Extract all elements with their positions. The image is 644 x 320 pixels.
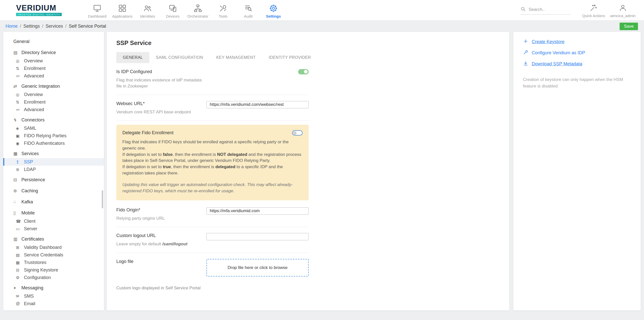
veridium-logo[interactable]: VERIDIUM TRUSTED DIGITAL IDENTITY: [16, 4, 76, 16]
sidebar-item-certificates[interactable]: Certificates: [3, 235, 104, 244]
nav-item-identities[interactable]: Identities: [135, 2, 160, 18]
quick-actions-wand-icon: [589, 3, 598, 13]
sidebar-item-messaging[interactable]: Messaging: [3, 283, 104, 292]
configure-veridium-idp-link[interactable]: Configure Veridium as IDP: [523, 50, 633, 56]
service-credentials-icon: [16, 253, 24, 257]
sidebar-item-general[interactable]: General: [3, 37, 104, 46]
sidebar-item-saml[interactable]: SAML: [3, 124, 104, 132]
sidebar-item-ldap[interactable]: LDAP: [3, 166, 104, 173]
devices-icon: [168, 3, 177, 13]
sidebar-item-caching[interactable]: Caching: [3, 186, 104, 195]
sidebar-item-gi-enrollment[interactable]: Enrollment: [3, 98, 104, 106]
persistence-icon: [13, 177, 21, 182]
sidebar-scrollbar[interactable]: [102, 190, 103, 208]
nav-item-devices[interactable]: Devices: [160, 2, 185, 18]
sidebar-item-email[interactable]: Email: [3, 300, 104, 307]
sidebar-item-signing-keystore[interactable]: Signing Keystore: [3, 266, 104, 274]
nav-item-orchestrator[interactable]: Orchestrator: [185, 2, 210, 18]
messaging-icon: [13, 285, 21, 290]
field-row-idp-configured: Is IDP Configured Flag that indicates ex…: [116, 63, 309, 95]
sidebar-item-validity-dashboard[interactable]: Validity Dashboard: [3, 244, 104, 251]
breadcrumb-home[interactable]: Home: [6, 24, 18, 29]
sidebar-item-sms[interactable]: SMS: [3, 292, 104, 300]
search-box[interactable]: [520, 6, 570, 15]
brand-name: VERIDIUM: [16, 4, 76, 12]
sidebar-item-fido-authenticators[interactable]: FIDO Authenticators: [3, 140, 104, 147]
caching-icon: [13, 188, 21, 194]
nav-item-applications[interactable]: Applications: [110, 2, 135, 18]
breadcrumb-settings[interactable]: Settings: [23, 24, 40, 29]
sidebar-item-connectors[interactable]: Connectors: [3, 115, 104, 124]
directory-service-icon: [13, 50, 21, 55]
custom-logout-label: Custom logout URL: [116, 233, 188, 238]
logo-file-dropzone[interactable]: Drop file here or click to browse: [206, 259, 309, 277]
sidebar-item-directory-service[interactable]: Directory Service: [3, 48, 104, 57]
fido-authenticators-icon: [16, 141, 24, 146]
download-ssp-metadata-link[interactable]: Download SSP Metadata: [523, 61, 633, 67]
user-menu[interactable]: aencica_admin: [608, 3, 637, 18]
create-keystore-link[interactable]: Create Keystore: [523, 38, 633, 45]
sidebar-item-gi-advanced[interactable]: Advanced: [3, 106, 104, 113]
tab-saml-configuration[interactable]: SAML CONFIGURATION: [149, 52, 210, 63]
breadcrumb-services[interactable]: Services: [46, 24, 63, 29]
custom-logout-input[interactable]: [206, 233, 309, 240]
sidebar-item-gi-overview[interactable]: Overview: [3, 91, 104, 98]
field-row-fido-origin: Fido Origin* Relying party origins URL: [116, 201, 309, 227]
tab-key-management[interactable]: KEY MANAGEMENT: [210, 52, 262, 63]
sidebar-item-ds-enrollment[interactable]: Enrollment: [3, 65, 104, 72]
sidebar-item-mobile[interactable]: Mobile: [3, 208, 104, 217]
email-icon: [16, 301, 24, 306]
sidebar-item-server[interactable]: Server: [3, 225, 104, 233]
sms-icon: [16, 294, 24, 299]
delegate-fido-enrollment-panel: Delegate Fido Enrollment Flag that indic…: [116, 125, 309, 200]
orchestrator-icon: [193, 3, 202, 13]
tab-identity-provider[interactable]: IDENTITY PROVIDER: [262, 52, 317, 63]
save-button[interactable]: Save: [620, 23, 638, 30]
delegate-description-line2: If delegation is set to false, then the …: [122, 152, 303, 164]
sidebar-item-ds-overview[interactable]: Overview: [3, 57, 104, 65]
sidebar-item-services[interactable]: Services: [3, 149, 104, 158]
fido-origin-input[interactable]: [206, 207, 309, 215]
search-input[interactable]: [529, 7, 569, 12]
delegate-warning-note: Updating this value will trigger an auto…: [122, 182, 303, 194]
sidebar-item-ds-advanced[interactable]: Advanced: [3, 72, 104, 80]
sidebar-item-ssp[interactable]: SSP: [3, 158, 104, 166]
nav-item-settings[interactable]: Settings: [261, 2, 286, 18]
delegate-fido-toggle[interactable]: [292, 130, 303, 135]
breadcrumb-separator: /: [42, 24, 43, 29]
sidebar-item-service-credentials[interactable]: Service Credentials: [3, 251, 104, 259]
ssp-service-panel: SSP Service GENERAL SAML CONFIGURATION K…: [107, 32, 509, 310]
custom-logout-description: Leave empty for default /saml/logout: [116, 241, 188, 247]
nav-item-tools[interactable]: Tools: [210, 2, 236, 18]
signing-keystore-icon: [16, 268, 24, 272]
sidebar-item-persistence[interactable]: Persistence: [3, 175, 104, 184]
websec-url-input[interactable]: [206, 101, 309, 108]
mobile-icon: [13, 210, 21, 216]
sidebar-item-truststores[interactable]: Truststores: [3, 259, 104, 266]
client-icon: [16, 219, 24, 224]
nav-item-audit[interactable]: Audit: [236, 2, 261, 18]
delegate-fido-label: Delegate Fido Enrollment: [122, 130, 173, 135]
general-settings-form: Is IDP Configured Flag that indicates ex…: [116, 63, 309, 291]
sidebar-item-configuration[interactable]: Configuration: [3, 274, 104, 281]
sidebar-item-kafka[interactable]: Kafka: [3, 197, 104, 206]
nav-item-dashboard[interactable]: Dashboard: [85, 2, 110, 18]
toggle-knob: [304, 70, 308, 74]
enrollment-icon: [16, 66, 24, 71]
top-right-cluster: Quick Actions aencica_admin: [520, 3, 637, 18]
kafka-icon: [13, 199, 21, 205]
sidebar-item-generic-integration[interactable]: Generic Integration: [3, 82, 104, 91]
tab-general[interactable]: GENERAL: [116, 52, 149, 63]
idp-configured-toggle[interactable]: [298, 69, 309, 74]
sidebar-item-fido-relying-parties[interactable]: FIDO Relying Parties: [3, 132, 104, 140]
settings-sidebar: General Directory Service Overview Enrol…: [3, 32, 104, 310]
wrench-icon: [523, 50, 532, 56]
delegate-description-line3: If delegation is set to true, then the e…: [122, 164, 303, 176]
sidebar-item-client[interactable]: Client: [3, 217, 104, 225]
dashboard-icon: [93, 3, 102, 13]
connectors-icon: [13, 117, 21, 123]
idp-configured-description: Flag that indicates existence of IdP met…: [116, 77, 203, 89]
quick-actions-button[interactable]: Quick Actions: [579, 3, 608, 18]
username-label: aencica_admin: [610, 14, 636, 18]
keystore-actions-panel: Create Keystore Configure Veridium as ID…: [513, 32, 641, 310]
